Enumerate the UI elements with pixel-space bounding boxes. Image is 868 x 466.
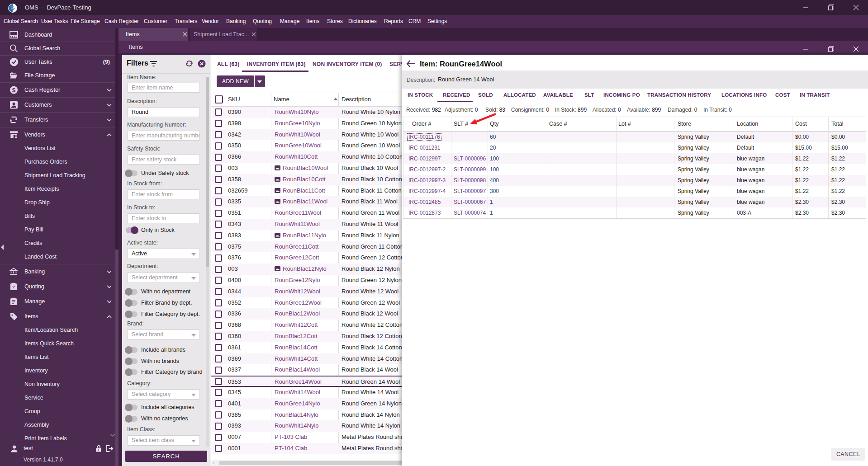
svg-text:?: ? bbox=[12, 284, 15, 289]
svg-text:$: $ bbox=[12, 86, 16, 93]
